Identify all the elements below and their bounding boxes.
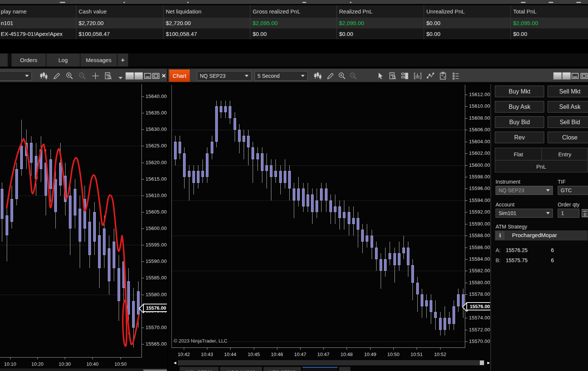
column-header[interactable]: Cash value bbox=[79, 5, 162, 18]
window-button[interactable] bbox=[549, 2, 553, 3]
close-icon[interactable]: ✕ bbox=[161, 72, 167, 79]
reverse-button[interactable]: Rev bbox=[495, 132, 544, 143]
panel-instrument-dropdown[interactable]: NQ SEP23 bbox=[496, 186, 553, 195]
ninjatrader-workspace: play name Cash value Net liquidation Gro… bbox=[0, 0, 588, 371]
gridline bbox=[172, 200, 465, 201]
price-tick-label: 15612.00 bbox=[469, 92, 490, 97]
column-header[interactable]: Net liquidation bbox=[166, 5, 249, 18]
price-tick-label: 15600.00 bbox=[469, 162, 490, 168]
grid-toggle-button[interactable] bbox=[562, 72, 571, 80]
scrollbar-thumb[interactable] bbox=[143, 370, 167, 371]
close-position-button[interactable]: Close bbox=[548, 132, 588, 143]
candlestick-style-icon[interactable] bbox=[40, 72, 48, 80]
tab-partial[interactable]: s bbox=[0, 53, 8, 67]
add-tab-button[interactable]: + bbox=[118, 53, 128, 67]
menu-icon bbox=[124, 2, 125, 3]
atm-strategy-value: ProchargedMopar bbox=[512, 232, 557, 238]
properties-list-icon[interactable] bbox=[452, 72, 460, 80]
time-tick-label: 10:43 bbox=[198, 352, 216, 357]
instrument-tab[interactable]: MCL SEP23 bbox=[180, 367, 219, 371]
column-header[interactable]: play name bbox=[1, 5, 75, 18]
table-cell: $2,095.00 bbox=[339, 18, 423, 28]
candlestick-style-icon[interactable] bbox=[314, 72, 322, 80]
buy-bid-button[interactable]: Buy Bid bbox=[495, 116, 544, 128]
draw-pencil-icon[interactable] bbox=[53, 72, 61, 80]
scroll-left-icon[interactable]: ◀ bbox=[172, 360, 178, 365]
left-chart-dropdown[interactable] bbox=[0, 71, 32, 81]
time-tick-label: 10:44 bbox=[221, 352, 239, 357]
instrument-tab[interactable]: MES SEP23 bbox=[263, 367, 301, 371]
data-series-icon[interactable] bbox=[389, 72, 397, 80]
data-series-icon[interactable] bbox=[104, 72, 112, 80]
price-tick bbox=[465, 153, 467, 154]
price-tick bbox=[141, 96, 144, 97]
maximize-icon[interactable] bbox=[152, 73, 159, 79]
buy-ask-button[interactable]: Buy Ask bbox=[495, 101, 544, 113]
zoom-in-icon[interactable] bbox=[338, 72, 346, 80]
cursor-icon[interactable] bbox=[376, 72, 384, 80]
window-button[interactable] bbox=[576, 2, 581, 3]
column-header[interactable]: Realized PnL bbox=[339, 5, 423, 18]
chevron-down-icon[interactable] bbox=[116, 74, 125, 82]
buy-mkt-button[interactable]: Buy Mkt bbox=[495, 86, 544, 97]
minimize-icon[interactable] bbox=[572, 73, 579, 79]
drawing-tools-icon[interactable] bbox=[426, 72, 435, 80]
window-button[interactable] bbox=[521, 2, 525, 3]
tab-orders[interactable]: Orders bbox=[12, 53, 46, 67]
main-chart[interactable]: © 2023 NinjaTrader, LLC ◀ ▶ MCL SEP23MGC… bbox=[167, 84, 490, 371]
zoom-out-icon[interactable] bbox=[349, 72, 357, 80]
price-tick bbox=[465, 165, 467, 166]
time-tick-label: 10:47 bbox=[291, 352, 309, 357]
time-tick-label: 10:46 bbox=[268, 352, 286, 357]
grid-toggle-button[interactable] bbox=[553, 72, 562, 80]
last-price-marker: 15576.00 bbox=[143, 304, 167, 312]
candlestick bbox=[357, 218, 359, 230]
draw-pencil-icon[interactable] bbox=[326, 72, 335, 80]
bar-analysis-icon[interactable] bbox=[414, 72, 422, 80]
table-cell: $0.00 bbox=[253, 28, 335, 39]
column-header[interactable]: Total PnL bbox=[513, 5, 587, 18]
grid-toggle-button[interactable] bbox=[125, 72, 134, 80]
tab-messages[interactable]: Messages bbox=[80, 53, 117, 67]
column-divider bbox=[511, 5, 511, 39]
left-chart-plot[interactable] bbox=[0, 84, 141, 358]
qty-calculator-icon[interactable] bbox=[581, 209, 588, 217]
sell-mkt-button[interactable]: Sell Mkt bbox=[548, 86, 588, 97]
flat-button[interactable]: Flat bbox=[495, 148, 542, 160]
account-dropdown[interactable]: Sim101 bbox=[496, 209, 553, 218]
crosshair-icon[interactable] bbox=[91, 72, 100, 80]
zoom-in-icon[interactable] bbox=[65, 72, 74, 80]
tab-log[interactable]: Log bbox=[46, 53, 80, 67]
maximize-icon[interactable] bbox=[581, 73, 588, 79]
sell-bid-button[interactable]: Sell Bid bbox=[548, 116, 588, 128]
strategies-icon[interactable] bbox=[439, 72, 447, 80]
column-header[interactable]: Gross realized PnL bbox=[253, 5, 335, 18]
table-row[interactable]: EX-45179-01!Apex!Apex$100,058.47$100,058… bbox=[0, 28, 588, 39]
candlestick bbox=[338, 206, 341, 218]
instrument-tab-active[interactable]: NQ SEP23 bbox=[302, 367, 338, 371]
order-qty-input[interactable]: 1 bbox=[558, 209, 579, 218]
tif-dropdown[interactable]: GTC bbox=[558, 186, 588, 195]
scrollbar-thumb[interactable] bbox=[480, 361, 484, 365]
instrument-tab[interactable]: + bbox=[339, 367, 350, 371]
sell-ask-button[interactable]: Sell Ask bbox=[548, 101, 588, 113]
horizontal-scrollbar[interactable]: ◀ bbox=[172, 360, 484, 365]
candlestick bbox=[380, 259, 382, 271]
candlestick bbox=[334, 206, 336, 212]
atm-strategy-selector[interactable]: i ProchargedMopar bbox=[495, 230, 588, 240]
column-divider bbox=[424, 5, 424, 39]
zoom-out-icon[interactable] bbox=[78, 72, 86, 80]
grid-toggle-button[interactable] bbox=[134, 72, 143, 80]
table-row[interactable]: n101$2,720.00$2,720.00$2,095.00$2,095.00… bbox=[0, 18, 588, 28]
interval-dropdown[interactable]: 5 Second bbox=[255, 71, 308, 81]
chart-trader-icon[interactable] bbox=[401, 72, 409, 80]
minimize-icon[interactable] bbox=[144, 73, 151, 79]
left-chart[interactable]: 15640.0015635.0015630.0015625.0015620.00… bbox=[0, 84, 167, 371]
scroll-right-icon[interactable]: ▶ bbox=[486, 360, 490, 365]
instrument-dropdown[interactable]: NQ SEP23 bbox=[197, 71, 252, 81]
entry-button[interactable]: Entry bbox=[542, 148, 588, 160]
column-header[interactable]: Unrealized PnL bbox=[426, 5, 509, 18]
instrument-tab[interactable]: MGC AUG23 bbox=[220, 367, 262, 371]
candlestick bbox=[197, 171, 199, 183]
main-chart-plot[interactable] bbox=[171, 85, 465, 347]
